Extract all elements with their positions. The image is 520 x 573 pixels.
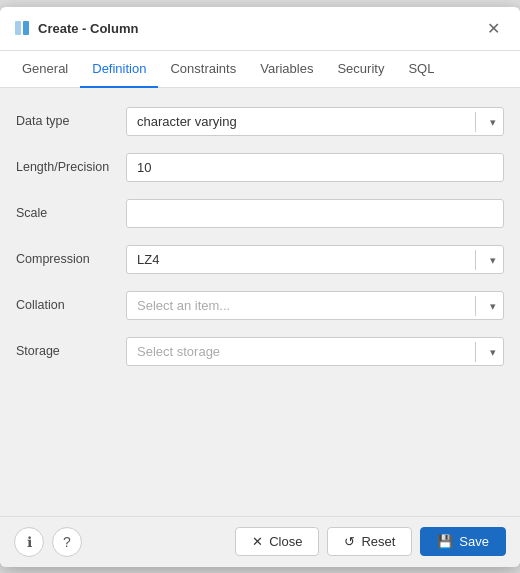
collation-select[interactable]: Select an item...	[126, 291, 504, 320]
data-type-label: Data type	[16, 113, 126, 129]
scale-input[interactable]	[126, 199, 504, 228]
dialog-header-left: Create - Column	[14, 20, 138, 36]
tab-security[interactable]: Security	[325, 51, 396, 88]
collation-select-wrapper: Select an item... ▾	[126, 291, 504, 320]
storage-control: Select storage ▾	[126, 337, 504, 366]
collation-label: Collation	[16, 297, 126, 313]
tab-constraints[interactable]: Constraints	[158, 51, 248, 88]
svg-rect-0	[15, 21, 21, 35]
storage-label: Storage	[16, 343, 126, 359]
footer-right: ✕ Close ↺ Reset 💾 Save	[235, 527, 506, 556]
close-button[interactable]: ✕ Close	[235, 527, 319, 556]
reset-icon: ↺	[344, 534, 355, 549]
scale-control	[126, 199, 504, 228]
data-type-select[interactable]: character varying	[126, 107, 504, 136]
save-label: Save	[459, 534, 489, 549]
info-icon: ℹ	[27, 534, 32, 550]
reset-label: Reset	[361, 534, 395, 549]
data-type-select-wrapper: character varying ▾	[126, 107, 504, 136]
length-precision-label: Length/Precision	[16, 159, 126, 175]
save-icon: 💾	[437, 534, 453, 549]
footer-left: ℹ ?	[14, 527, 82, 557]
compression-label: Compression	[16, 251, 126, 267]
dialog-close-button[interactable]: ✕	[481, 17, 506, 40]
length-precision-control	[126, 153, 504, 182]
help-button[interactable]: ?	[52, 527, 82, 557]
reset-button[interactable]: ↺ Reset	[327, 527, 412, 556]
select-divider-3	[475, 296, 476, 316]
form-content: Data type character varying ▾ Length/Pre…	[0, 88, 520, 516]
select-divider	[475, 112, 476, 132]
compression-control: LZ4 ▾	[126, 245, 504, 274]
storage-row: Storage Select storage ▾	[16, 334, 504, 370]
tab-sql[interactable]: SQL	[396, 51, 446, 88]
column-icon	[14, 20, 30, 36]
select-divider-2	[475, 250, 476, 270]
info-button[interactable]: ℹ	[14, 527, 44, 557]
create-column-dialog: Create - Column ✕ General Definition Con…	[0, 7, 520, 567]
question-icon: ?	[63, 534, 71, 550]
length-precision-row: Length/Precision	[16, 150, 504, 186]
close-icon: ✕	[252, 534, 263, 549]
data-type-control: character varying ▾	[126, 107, 504, 136]
tab-general[interactable]: General	[10, 51, 80, 88]
dialog-footer: ℹ ? ✕ Close ↺ Reset 💾 Save	[0, 516, 520, 567]
dialog-header: Create - Column ✕	[0, 7, 520, 51]
scale-row: Scale	[16, 196, 504, 232]
storage-select[interactable]: Select storage	[126, 337, 504, 366]
save-button[interactable]: 💾 Save	[420, 527, 506, 556]
compression-select-wrapper: LZ4 ▾	[126, 245, 504, 274]
compression-row: Compression LZ4 ▾	[16, 242, 504, 278]
tab-definition[interactable]: Definition	[80, 51, 158, 88]
collation-row: Collation Select an item... ▾	[16, 288, 504, 324]
collation-control: Select an item... ▾	[126, 291, 504, 320]
close-label: Close	[269, 534, 302, 549]
scale-label: Scale	[16, 205, 126, 221]
length-precision-input[interactable]	[126, 153, 504, 182]
content-spacer	[16, 380, 504, 500]
select-divider-4	[475, 342, 476, 362]
dialog-title: Create - Column	[38, 21, 138, 36]
tab-bar: General Definition Constraints Variables…	[0, 51, 520, 88]
compression-select[interactable]: LZ4	[126, 245, 504, 274]
svg-rect-1	[23, 21, 29, 35]
tab-variables[interactable]: Variables	[248, 51, 325, 88]
data-type-row: Data type character varying ▾	[16, 104, 504, 140]
storage-select-wrapper: Select storage ▾	[126, 337, 504, 366]
